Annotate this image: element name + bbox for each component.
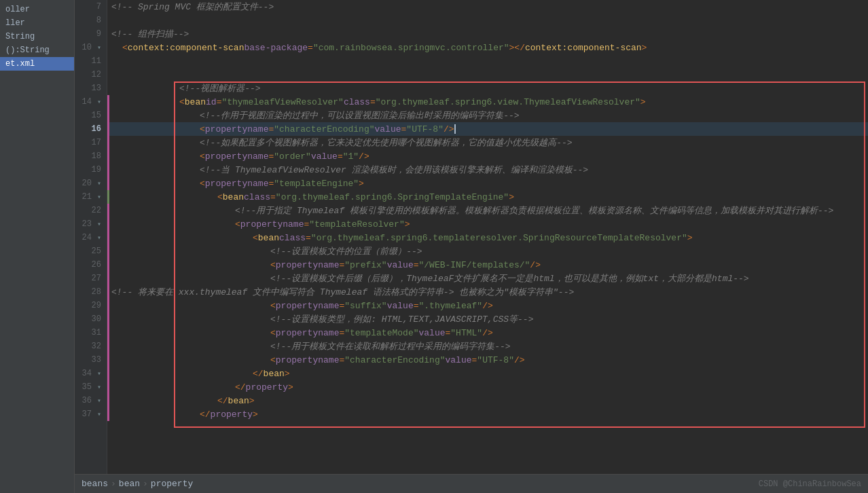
line-num-9: 9 — [75, 27, 107, 41]
code-line-30: <!--设置模板类型，例如: HTML,TEXT,JAVASCRIPT,CSS等… — [107, 312, 868, 326]
breadcrumb-sep-1: › — [111, 479, 116, 489]
code-line-20: <property name="templateEngine"> — [107, 177, 868, 190]
line-num-14: 14▾ — [75, 95, 107, 109]
code-line-25: <!--设置模板文件的位置（前缀）--> — [107, 244, 868, 258]
code-line-26: <property name="prefix" value="/WEB-INF/… — [107, 258, 868, 272]
line-num-11: 11 — [75, 54, 107, 68]
code-line-13: <!--视图解析器--> — [107, 81, 868, 95]
code-line-15: <!--作用于视图渲染的过程中，可以设置视图渲染后输出时采用的编码字符集--> — [107, 109, 868, 122]
line-num-32: 32 — [75, 340, 107, 353]
code-line-24: <bean class="org.thymeleaf.spring6.templ… — [107, 231, 868, 244]
line-num-21: 21▾ — [75, 190, 107, 204]
line-num-15: 15 — [75, 109, 107, 122]
code-line-23: <property name="templateResolver"> — [107, 217, 868, 231]
line-num-7: 7 — [75, 0, 107, 14]
line-num-16: 16 — [75, 122, 107, 136]
code-line-12 — [107, 68, 868, 81]
line-num-12: 12 — [75, 68, 107, 81]
sidebar-item-ller[interactable]: ller — [0, 16, 74, 30]
code-line-21: <bean class="org.thymeleaf.spring6.Sprin… — [107, 190, 868, 204]
code-line-9: <!-- 组件扫描--> — [107, 27, 868, 41]
code-line-11 — [107, 54, 868, 68]
code-line-29: <property name="suffix" value=".thymelea… — [107, 299, 868, 312]
line-num-36: 36▾ — [75, 394, 107, 407]
breadcrumb-bar: beans › bean › property CSDN @ChinaRainb… — [75, 474, 868, 493]
sidebar-item-xml[interactable]: et.xml — [0, 57, 74, 71]
code-line-37: </property> — [107, 407, 868, 421]
code-line-36: </bean> — [107, 394, 868, 407]
line-num-31: 31 — [75, 326, 107, 340]
code-line-14: <bean id="thymeleafViewResolver" class="… — [107, 95, 868, 109]
line-num-30: 30 — [75, 312, 107, 326]
line-num-17: 17 — [75, 136, 107, 149]
code-editor: 7 8 9 10▾ 11 12 13 14▾ 15 16 17 18 19 20… — [75, 0, 868, 474]
code-line-34: </bean> — [107, 367, 868, 380]
line-num-33: 33 — [75, 353, 107, 367]
code-line-16: <property name="characterEncoding" value… — [107, 122, 868, 136]
line-num-19: 19 — [75, 163, 107, 177]
line-num-28: 28 — [75, 285, 107, 299]
breadcrumb-sep-2: › — [143, 479, 148, 489]
line-num-8: 8 — [75, 14, 107, 27]
line-num-35: 35▾ — [75, 380, 107, 394]
line-num-23: 23▾ — [75, 217, 107, 231]
code-line-17: <!--如果配置多个视图解析器，它来决定优先使用哪个视图解析器，它的值越小优先级… — [107, 136, 868, 149]
line-num-20: 20▾ — [75, 177, 107, 190]
code-line-22: <!--用于指定 Thymeleaf 模板引擎使用的模板解析器。模板解析器负责根… — [107, 204, 868, 217]
code-line-10: <context:component-scan base-package="co… — [107, 41, 868, 54]
code-line-8 — [107, 14, 868, 27]
code-area: 7 8 9 10▾ 11 12 13 14▾ 15 16 17 18 19 20… — [75, 0, 868, 493]
line-num-34: 34▾ — [75, 367, 107, 380]
line-num-18: 18 — [75, 149, 107, 163]
code-line-28: <!-- 将来要在 xxx.thymeleaf 文件中编写符合 Thymelea… — [107, 285, 868, 299]
code-line-27: <!--设置模板文件后缀（后缀），ThymeleaF文件扩展名不一定是html，… — [107, 272, 868, 285]
line-num-37: 37▾ — [75, 407, 107, 421]
line-num-10: 10▾ — [75, 41, 107, 54]
line-numbers: 7 8 9 10▾ 11 12 13 14▾ 15 16 17 18 19 20… — [75, 0, 107, 474]
code-line-33: <property name="characterEncoding" value… — [107, 353, 868, 367]
breadcrumb-beans[interactable]: beans — [82, 479, 108, 489]
line-num-22: 22 — [75, 204, 107, 217]
line-num-24: 24▾ — [75, 231, 107, 244]
main-area: oller ller String ():String et.xml 7 8 9… — [0, 0, 868, 493]
sidebar-item-oller[interactable]: oller — [0, 3, 74, 16]
code-line-32: <!--用于模板文件在读取和解析过程中采用的编码字符集--> — [107, 340, 868, 353]
watermark-text: CSDN @ChinaRainbowSea — [759, 479, 861, 489]
line-num-25: 25 — [75, 244, 107, 258]
breadcrumb-property[interactable]: property — [151, 479, 193, 489]
sidebar-item-string[interactable]: String — [0, 30, 74, 43]
line-num-29: 29 — [75, 299, 107, 312]
line-num-13: 13 — [75, 81, 107, 95]
line-num-26: 26 — [75, 258, 107, 272]
line-num-27: 27 — [75, 272, 107, 285]
code-line-35: </property> — [107, 380, 868, 394]
code-content[interactable]: <!-- Spring MVC 框架的配置文件--> <!-- 组件扫描--> … — [107, 0, 868, 474]
code-line-19: <!--当 ThymeleafViewResolver 渲染模板时，会使用该模板… — [107, 163, 868, 177]
code-line-7: <!-- Spring MVC 框架的配置文件--> — [107, 0, 868, 14]
breadcrumb-bean[interactable]: bean — [119, 479, 140, 489]
code-line-18: <property name="order" value="1"/> — [107, 149, 868, 163]
sidebar: oller ller String ():String et.xml — [0, 0, 75, 493]
sidebar-item-string-method[interactable]: ():String — [0, 43, 74, 57]
code-line-31: <property name="templateMode" value="HTM… — [107, 326, 868, 340]
